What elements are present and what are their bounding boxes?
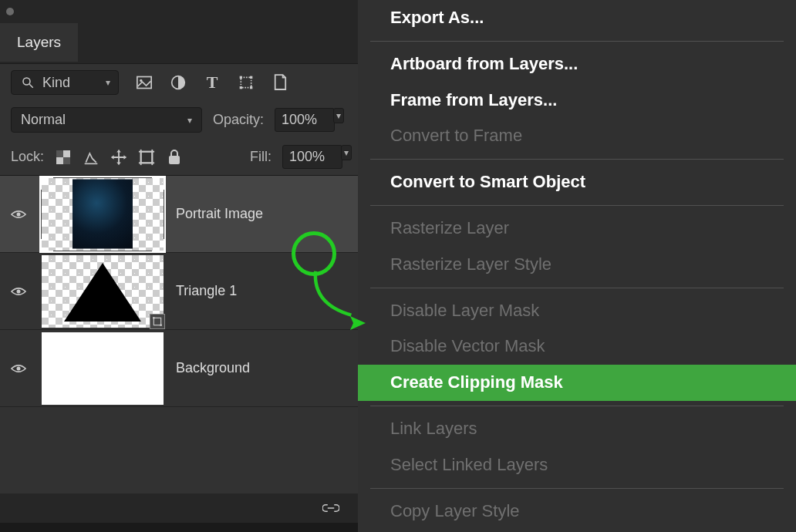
- svg-marker-15: [111, 155, 114, 160]
- panel-tab-bar: Layers: [0, 23, 363, 63]
- menu-item[interactable]: Create Clipping Mask: [358, 365, 796, 401]
- visibility-toggle[interactable]: [8, 209, 29, 220]
- lock-all-icon[interactable]: [166, 149, 183, 166]
- svg-rect-12: [63, 157, 70, 164]
- fill-label: Fill:: [250, 149, 272, 165]
- svg-point-24: [17, 289, 21, 293]
- chevron-down-icon: ▾: [187, 115, 192, 126]
- annotation-circle: [292, 231, 336, 276]
- blend-mode-select[interactable]: Normal ▾: [11, 107, 202, 133]
- layer-filter-select[interactable]: Kind ▾: [11, 70, 119, 95]
- blend-opacity-row: Normal ▾ Opacity: 100% ▾: [0, 101, 363, 139]
- eye-icon: [11, 209, 26, 220]
- svg-marker-16: [123, 155, 126, 160]
- svg-rect-27: [153, 317, 154, 318]
- menu-item[interactable]: Frame from Layers...: [358, 82, 796, 119]
- menu-separator: [370, 205, 784, 206]
- svg-marker-25: [64, 263, 141, 322]
- svg-rect-7: [250, 76, 252, 79]
- opacity-value: 100%: [282, 112, 317, 128]
- opacity-label: Opacity:: [213, 112, 264, 128]
- menu-item: Rasterize Layer: [358, 210, 796, 247]
- fill-input[interactable]: 100%: [282, 145, 342, 169]
- menu-item: Rasterize Layer Style: [358, 247, 796, 283]
- layer-name-label[interactable]: Portrait Image: [176, 206, 263, 222]
- adjustment-layer-icon[interactable]: [170, 74, 187, 91]
- layer-row[interactable]: Background: [0, 330, 363, 407]
- svg-point-0: [23, 78, 30, 85]
- annotation-arrowhead: [349, 315, 366, 332]
- layer-name-label[interactable]: Triangle 1: [176, 283, 237, 299]
- layer-name-label[interactable]: Background: [176, 360, 250, 376]
- svg-rect-26: [153, 318, 160, 325]
- smart-object-icon[interactable]: [272, 74, 288, 91]
- panel-titlebar[interactable]: [0, 0, 363, 23]
- eye-icon: [11, 286, 26, 297]
- context-menu: Export As...Artboard from Layers...Frame…: [358, 0, 796, 532]
- filter-row: Kind ▾ T: [0, 64, 363, 101]
- layer-thumbnail[interactable]: [42, 332, 164, 405]
- filter-type-icons: T: [136, 74, 288, 91]
- pixel-layer-icon[interactable]: [136, 74, 153, 91]
- lock-label: Lock:: [11, 149, 44, 165]
- menu-item[interactable]: Export As...: [358, 0, 796, 36]
- blend-mode-value: Normal: [21, 112, 66, 128]
- menu-item: Copy Layer Style: [358, 493, 796, 530]
- menu-separator: [370, 41, 784, 42]
- shape-badge-icon: [150, 314, 165, 329]
- menu-separator: [370, 488, 784, 489]
- lock-artboard-icon[interactable]: [138, 149, 155, 166]
- menu-item: Paste Layer Style: [358, 529, 796, 532]
- lock-position-icon[interactable]: [110, 149, 127, 166]
- svg-rect-8: [240, 86, 242, 89]
- svg-rect-5: [241, 77, 251, 87]
- opacity-flyout-button[interactable]: ▾: [333, 108, 344, 123]
- menu-separator: [370, 406, 784, 406]
- lock-transparency-icon[interactable]: [55, 149, 72, 166]
- link-layers-icon[interactable]: [322, 500, 339, 517]
- fill-value: 100%: [289, 149, 325, 165]
- shape-layer-icon[interactable]: [238, 74, 255, 91]
- menu-item[interactable]: Artboard from Layers...: [358, 46, 796, 82]
- menu-item: Convert to Frame: [358, 118, 796, 154]
- svg-rect-11: [56, 150, 63, 157]
- opacity-input[interactable]: 100%: [275, 108, 335, 132]
- filter-label: Kind: [42, 75, 70, 91]
- tab-layers[interactable]: Layers: [0, 23, 78, 62]
- type-layer-icon[interactable]: T: [204, 74, 221, 91]
- menu-item: Link Layers: [358, 411, 796, 447]
- menu-item[interactable]: Convert to Smart Object: [358, 164, 796, 200]
- svg-point-23: [17, 212, 21, 216]
- panel-footer: [0, 493, 363, 523]
- svg-rect-17: [141, 151, 153, 163]
- layer-thumbnail[interactable]: [42, 255, 164, 328]
- svg-marker-30: [350, 316, 366, 330]
- search-icon: [19, 74, 36, 91]
- menu-item: Select Linked Layers: [358, 447, 796, 483]
- menu-separator: [370, 288, 784, 288]
- visibility-toggle[interactable]: [8, 286, 29, 297]
- lock-fill-row: Lock: Fill: 100% ▾: [0, 139, 363, 175]
- close-icon[interactable]: [6, 8, 14, 15]
- chevron-down-icon: ▾: [106, 77, 110, 88]
- svg-marker-13: [116, 149, 121, 152]
- menu-separator: [370, 159, 784, 160]
- svg-line-1: [29, 84, 33, 88]
- svg-rect-22: [169, 156, 180, 164]
- lock-image-icon[interactable]: [83, 149, 100, 166]
- svg-marker-14: [116, 162, 121, 165]
- menu-item: Disable Vector Mask: [358, 328, 796, 365]
- svg-rect-28: [160, 324, 162, 325]
- svg-rect-9: [250, 86, 252, 89]
- eye-icon: [11, 363, 26, 374]
- menu-item: Disable Layer Mask: [358, 293, 796, 329]
- layers-list: Portrait Image Triangle 1: [0, 176, 363, 407]
- fill-flyout-button[interactable]: ▾: [341, 145, 352, 160]
- visibility-toggle[interactable]: [8, 363, 29, 374]
- svg-point-29: [17, 366, 21, 370]
- svg-rect-6: [240, 76, 242, 79]
- layer-thumbnail[interactable]: [42, 178, 164, 251]
